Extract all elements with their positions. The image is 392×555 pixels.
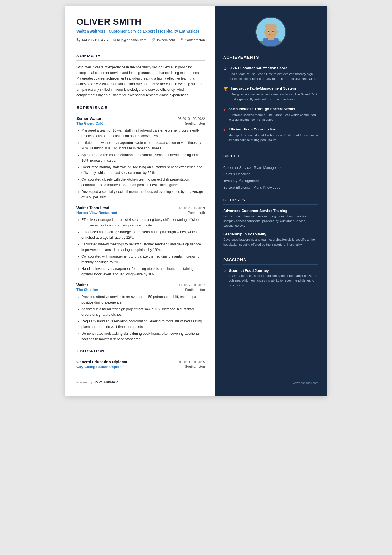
svg-point-11: [276, 31, 278, 33]
achievement-content-3: Sales Increase Through Special Menus Cur…: [228, 107, 318, 122]
passion-desc-1: I have a deep passion for exploring and …: [229, 273, 318, 288]
svg-point-10: [264, 31, 266, 33]
skill-1: Customer Service ·: [223, 166, 254, 170]
education-title: EDUCATION: [76, 349, 205, 353]
experience-title: EXPERIENCE: [76, 105, 205, 110]
achievement-icon-2: 🏆: [223, 87, 228, 102]
job-location-1: Southampton: [185, 122, 205, 125]
passions-section: PASSIONS ✔ Gourmet Food Journey I have a…: [223, 258, 318, 291]
achievements-divider: [223, 62, 318, 62]
course-title-2: Leadership in Hospitality: [223, 232, 318, 236]
skill-3: Sales & Upselling ·: [223, 172, 252, 176]
bullet-3-1: Provided attentive service to an average…: [81, 294, 205, 305]
skill-5: Service Efficiency · Menu Knowledge: [223, 186, 280, 189]
courses-section: COURSES Advanced Customer Service Traini…: [223, 198, 318, 251]
skills-title: SKILLS: [223, 154, 318, 158]
contact-location: 📍 Southampton: [180, 38, 205, 42]
footer-right: www.enhancv.com: [223, 376, 318, 384]
job-company-3: The Ship Inn: [76, 288, 98, 292]
achievements-title: ACHIEVEMENTS: [223, 55, 318, 60]
powered-by-text: Powered by: [76, 381, 93, 384]
summary-text: With over 7 years of experience in the h…: [76, 65, 205, 98]
job-header-1: Senior Waiter 06/2019 - 08/2022: [76, 116, 205, 121]
job-company-2: Harbor View Restaurant: [76, 211, 117, 215]
edu-degree-1: General Education Diploma: [76, 360, 127, 364]
education-section: EDUCATION General Education Diploma 01/2…: [76, 349, 205, 369]
skills-divider: [223, 161, 318, 161]
job-location-2: Portsmouth: [188, 211, 205, 215]
passion-title-1: Gourmet Food Journey: [229, 268, 318, 273]
job-dates-1: 06/2019 - 08/2022: [178, 117, 205, 121]
passions-divider: [223, 264, 318, 265]
avatar: [255, 17, 286, 47]
achievement-icon-4: ♥: [223, 128, 225, 142]
job-dates-3: 08/2015 - 01/2017: [178, 283, 205, 287]
candidate-title: Waiter/Waitress | Customer Service Exper…: [76, 29, 205, 34]
bullet-1-6: Developed a specialty cocktail menu that…: [81, 189, 205, 200]
achievement-item-4: ♥ Efficient Team Coordination Managed th…: [223, 127, 318, 142]
footer-left: Powered by Enhancv: [76, 380, 205, 384]
bullet-3-2: Assisted in a menu redesign project that…: [81, 306, 205, 317]
contact-linkedin: 🔗 linkedin.com: [151, 38, 175, 42]
achievement-title-1: 95% Customer Satisfaction Score: [230, 66, 318, 71]
bullet-3-4: Demonstrated multitasking skills during …: [81, 331, 205, 342]
job-bullets-1: Managed a team of 10 wait staff in a hig…: [76, 128, 205, 200]
job-company-row-3: The Ship Inn Southampton: [76, 288, 205, 292]
summary-section: SUMMARY With over 7 years of experience …: [76, 53, 205, 98]
achievement-content-2: Innovative Table-Management System Desig…: [231, 86, 318, 102]
bullet-2-2: Introduced an upselling strategy for des…: [81, 229, 205, 240]
email-icon: ✉: [113, 38, 116, 42]
edu-header-1: General Education Diploma 01/2013 - 01/2…: [76, 360, 205, 364]
avatar-container: [223, 17, 318, 47]
left-column: OLIVER SMITH Waiter/Waitress | Customer …: [65, 6, 215, 396]
contact-phone: 📞 +44 20 7123 4567: [76, 38, 108, 42]
achievement-content-4: Efficient Team Coordination Managed the …: [228, 127, 318, 142]
job-title-1: Senior Waiter: [76, 116, 101, 121]
job-location-3: Southampton: [185, 288, 205, 292]
location-icon: 📍: [180, 38, 184, 42]
education-divider: [76, 356, 205, 356]
enhancv-logo-icon: [94, 380, 102, 384]
job-bullets-3: Provided attentive service to an average…: [76, 294, 205, 342]
course-desc-1: Focused on enhancing customer engagement…: [223, 214, 318, 228]
resume-container: OLIVER SMITH Waiter/Waitress | Customer …: [65, 6, 327, 396]
job-company-row-1: The Grand Café Southampton: [76, 121, 205, 125]
job-bullets-2: Effectively managed a team of 6 servers …: [76, 217, 205, 277]
achievement-desc-2: Designed and implemented a new system at…: [231, 92, 318, 102]
edu-dates-1: 01/2013 - 01/2015: [178, 360, 205, 364]
achievement-title-3: Sales Increase Through Special Menus: [228, 107, 318, 112]
summary-divider: [76, 60, 205, 61]
skills-text: Customer Service · Team Management · Sal…: [223, 165, 318, 191]
passions-title: PASSIONS: [223, 258, 318, 262]
achievement-desc-1: Led a team at The Grand Café to achieve …: [230, 72, 318, 82]
contact-email: ✉ help@enhancv.com: [113, 38, 146, 42]
contact-row: 📞 +44 20 7123 4567 ✉ help@enhancv.com 🔗 …: [76, 38, 205, 47]
course-title-1: Advanced Customer Service Training: [223, 209, 318, 213]
svg-point-7: [268, 31, 269, 32]
job-item-2: Waiter Team Lead 02/2017 - 05/2019 Harbo…: [76, 206, 205, 277]
job-dates-2: 02/2017 - 05/2019: [178, 206, 205, 210]
courses-title: COURSES: [223, 198, 318, 202]
job-company-1: The Grand Café: [76, 121, 103, 125]
job-header-3: Waiter 08/2015 - 01/2017: [76, 283, 205, 287]
passion-item-1: ✔ Gourmet Food Journey I have a deep pas…: [223, 268, 318, 288]
bullet-1-5: Collaborated closely with the kitchen te…: [81, 177, 205, 188]
course-item-2: Leadership in Hospitality Developed lead…: [223, 232, 318, 247]
course-item-1: Advanced Customer Service Training Focus…: [223, 209, 318, 228]
summary-title: SUMMARY: [76, 53, 205, 58]
courses-divider: [223, 204, 318, 205]
edu-school-1: City College Southampton: [76, 365, 122, 369]
bullet-2-1: Effectively managed a team of 6 servers …: [81, 217, 205, 228]
bullet-1-1: Managed a team of 10 wait staff in a hig…: [81, 128, 205, 139]
achievement-desc-3: Curated a cocktail menu at The Grand Caf…: [228, 113, 318, 122]
passion-icon-1: ✔: [223, 269, 227, 288]
svg-point-5: [265, 24, 277, 29]
edu-school-row-1: City College Southampton Southampton: [76, 365, 205, 369]
job-item-3: Waiter 08/2015 - 01/2017 The Ship Inn So…: [76, 283, 205, 342]
linkedin-icon: 🔗: [151, 38, 155, 42]
bullet-2-5: Handled inventory management for dining …: [81, 266, 205, 277]
bullet-2-4: Collaborated with management to organize…: [81, 254, 205, 265]
edu-location-1: Southampton: [185, 365, 205, 369]
achievement-desc-4: Managed the wait staff at Harbor View Re…: [228, 133, 318, 143]
job-company-row-2: Harbor View Restaurant Portsmouth: [76, 211, 205, 215]
